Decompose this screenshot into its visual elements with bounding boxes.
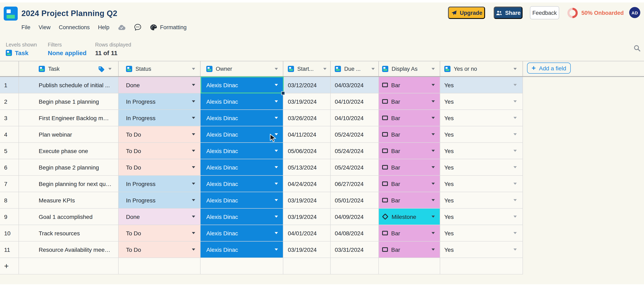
- chevron-down-icon[interactable]: [192, 150, 195, 152]
- share-button[interactable]: Share: [494, 6, 522, 19]
- chevron-down-icon[interactable]: [192, 84, 195, 86]
- display-as-cell[interactable]: Bar: [379, 242, 440, 258]
- task-cell[interactable]: Begin phase 2 planning: [19, 159, 118, 176]
- menu-item-help[interactable]: Help: [98, 24, 110, 30]
- status-cell[interactable]: Done: [118, 77, 200, 93]
- column-header-task[interactable]: Task: [19, 61, 118, 76]
- column-header-yesno[interactable]: Yes or no: [440, 61, 523, 76]
- chevron-down-icon[interactable]: [192, 249, 195, 251]
- chevron-down-icon[interactable]: [432, 183, 435, 185]
- owner-cell[interactable]: Alexis Dinac: [200, 110, 283, 126]
- owner-cell[interactable]: Alexis Dinac: [200, 143, 283, 159]
- chevron-down-icon[interactable]: [432, 150, 435, 152]
- row-number[interactable]: 11: [0, 242, 19, 258]
- column-header-due[interactable]: Due ...: [331, 61, 379, 76]
- empty-cell[interactable]: [283, 258, 331, 275]
- chevron-down-icon[interactable]: [432, 68, 435, 70]
- task-cell[interactable]: Measure KPIs: [19, 192, 118, 209]
- yes-no-cell[interactable]: Yes: [440, 192, 523, 209]
- task-cell[interactable]: Resource Availability meeti...: [19, 242, 118, 258]
- chevron-down-icon[interactable]: [514, 133, 517, 135]
- chevron-down-icon[interactable]: [432, 117, 435, 119]
- column-header-owner[interactable]: Owner: [200, 61, 283, 76]
- display-as-cell[interactable]: Bar: [379, 110, 440, 126]
- start-date-cell[interactable]: 04/11/2024: [283, 126, 331, 143]
- chevron-down-icon[interactable]: [514, 183, 517, 185]
- chevron-down-icon[interactable]: [192, 232, 195, 234]
- row-number[interactable]: 9: [0, 209, 19, 225]
- due-date-cell[interactable]: 05/24/2024: [331, 159, 379, 176]
- empty-cell[interactable]: [19, 258, 118, 275]
- chevron-down-icon[interactable]: [275, 232, 278, 234]
- column-header-status[interactable]: Status: [118, 61, 200, 76]
- chevron-down-icon[interactable]: [108, 68, 112, 70]
- task-cell[interactable]: Track resources: [19, 225, 118, 242]
- task-cell[interactable]: Plan webinar: [19, 126, 118, 143]
- due-date-cell[interactable]: 04/09/2024: [331, 209, 379, 225]
- chevron-down-icon[interactable]: [275, 150, 278, 152]
- comments-icon[interactable]: [134, 23, 142, 31]
- start-date-cell[interactable]: 05/13/2024: [283, 159, 331, 176]
- due-date-cell[interactable]: 04/08/2024: [331, 225, 379, 242]
- avatar[interactable]: AD: [629, 7, 640, 18]
- chevron-down-icon[interactable]: [432, 216, 435, 218]
- task-cell[interactable]: Goal 1 accomplished: [19, 209, 118, 225]
- display-as-cell[interactable]: Bar: [379, 77, 440, 93]
- empty-cell[interactable]: [440, 258, 523, 275]
- add-row-button[interactable]: +: [0, 258, 19, 275]
- column-header-start[interactable]: Start...: [283, 61, 331, 76]
- status-cell[interactable]: In Progress: [118, 176, 200, 192]
- row-number[interactable]: 2: [0, 93, 19, 110]
- status-cell[interactable]: In Progress: [118, 110, 200, 126]
- start-date-cell[interactable]: 03/12/2024: [283, 77, 331, 93]
- chevron-down-icon[interactable]: [514, 199, 517, 201]
- display-as-cell[interactable]: Bar: [379, 192, 440, 209]
- chevron-down-icon[interactable]: [192, 68, 195, 70]
- owner-cell[interactable]: Alexis Dinac: [200, 159, 283, 176]
- chevron-down-icon[interactable]: [514, 150, 517, 152]
- due-date-cell[interactable]: 05/01/2024: [331, 192, 379, 209]
- empty-cell[interactable]: [200, 258, 283, 275]
- empty-cell[interactable]: [331, 258, 379, 275]
- upgrade-button[interactable]: Upgrade: [448, 6, 485, 19]
- chevron-down-icon[interactable]: [514, 84, 517, 86]
- chevron-down-icon[interactable]: [275, 84, 278, 86]
- chevron-down-icon[interactable]: [275, 199, 278, 201]
- due-date-cell[interactable]: 03/31/2024: [331, 242, 379, 258]
- fill-handle[interactable]: [281, 91, 285, 95]
- row-number[interactable]: 8: [0, 192, 19, 209]
- yes-no-cell[interactable]: Yes: [440, 225, 523, 242]
- start-date-cell[interactable]: 03/19/2024: [283, 209, 331, 225]
- chevron-down-icon[interactable]: [432, 232, 435, 234]
- chevron-down-icon[interactable]: [192, 100, 195, 102]
- owner-cell[interactable]: Alexis Dinac: [200, 209, 283, 225]
- chevron-down-icon[interactable]: [192, 166, 195, 168]
- chevron-down-icon[interactable]: [432, 84, 435, 86]
- yes-no-cell[interactable]: Yes: [440, 209, 523, 225]
- display-as-cell[interactable]: Bar: [379, 159, 440, 176]
- menu-item-view[interactable]: View: [39, 24, 51, 30]
- due-date-cell[interactable]: 06/27/2024: [331, 176, 379, 192]
- chevron-down-icon[interactable]: [514, 216, 517, 218]
- menu-item-connections[interactable]: Connections: [59, 24, 90, 30]
- status-cell[interactable]: To Do: [118, 159, 200, 176]
- chevron-down-icon[interactable]: [275, 166, 278, 168]
- start-date-cell[interactable]: 05/06/2024: [283, 143, 331, 159]
- status-cell[interactable]: To Do: [118, 242, 200, 258]
- chevron-down-icon[interactable]: [275, 249, 278, 251]
- start-date-cell[interactable]: 03/26/2024: [283, 110, 331, 126]
- status-cell[interactable]: In Progress: [118, 93, 200, 110]
- due-date-cell[interactable]: 05/24/2024: [331, 143, 379, 159]
- levels-shown-group[interactable]: Levels shown Task: [6, 42, 37, 56]
- due-date-cell[interactable]: 04/10/2024: [331, 93, 379, 110]
- display-as-cell[interactable]: Bar: [379, 126, 440, 143]
- chevron-down-icon[interactable]: [275, 68, 278, 70]
- display-as-cell[interactable]: Milestone: [379, 209, 440, 225]
- row-number[interactable]: 7: [0, 176, 19, 192]
- task-cell[interactable]: First Engineer Backlog meti...: [19, 110, 118, 126]
- feedback-button[interactable]: Feedback: [530, 6, 559, 19]
- chevron-down-icon[interactable]: [323, 68, 326, 70]
- empty-cell[interactable]: [118, 258, 200, 275]
- cloud-sync-icon[interactable]: [118, 24, 126, 30]
- chevron-down-icon[interactable]: [432, 199, 435, 201]
